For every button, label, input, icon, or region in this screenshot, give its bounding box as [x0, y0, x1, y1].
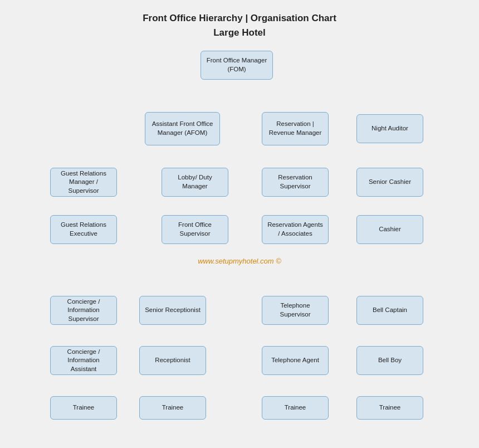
node-night-auditor: Night Auditor	[356, 114, 423, 143]
node-tel-agent: Telephone Agent	[262, 346, 329, 375]
node-trainee-2: Trainee	[139, 396, 206, 420]
node-grm: Guest Relations Manager / Supervisor	[50, 168, 117, 197]
watermark: www.setupmyhotel.com ©	[11, 257, 468, 265]
title-line2: Large Hotel	[213, 27, 266, 38]
node-bell-captain: Bell Captain	[356, 296, 423, 325]
node-lobby: Lobby/ Duty Manager	[162, 168, 228, 197]
node-fos: Front Office Supervisor	[162, 215, 228, 244]
node-tel-sup: Telephone Supervisor	[262, 296, 329, 325]
node-gre: Guest Relations Executive	[50, 215, 117, 244]
node-trainee-1: Trainee	[50, 396, 117, 420]
node-cia: Concierge / Information Assistant	[50, 346, 117, 375]
node-rrm: Reservation | Revenue Manager	[262, 112, 329, 145]
node-cis: Concierge / Information Supervisor	[50, 296, 117, 325]
node-senior-cashier: Senior Cashier	[356, 168, 423, 197]
node-cashier: Cashier	[356, 215, 423, 244]
node-afom: Assistant Front Office Manager (AFOM)	[145, 112, 220, 145]
node-trainee-3: Trainee	[262, 396, 329, 420]
chart-title: Front Office Hierarchy | Organisation Ch…	[6, 11, 473, 40]
node-res-sup: Reservation Supervisor	[262, 168, 329, 197]
node-bell-boy: Bell Boy	[356, 346, 423, 375]
node-fom: Front Office Manager (FOM)	[201, 51, 273, 80]
chart-container: Front Office Hierarchy | Organisation Ch…	[0, 0, 479, 448]
node-res-agents: Reservation Agents / Associates	[262, 215, 329, 244]
node-receptionist: Receptionist	[139, 346, 206, 375]
node-trainee-4: Trainee	[356, 396, 423, 420]
title-line1: Front Office Hierarchy | Organisation Ch…	[143, 13, 336, 23]
node-senior-rec: Senior Receptionist	[139, 296, 206, 325]
